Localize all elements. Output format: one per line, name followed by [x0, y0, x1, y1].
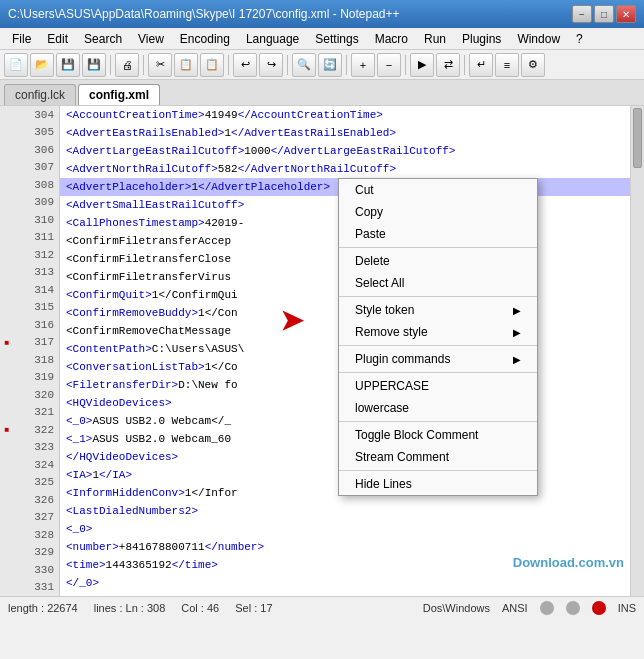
code-line[interactable]: <AccountCreationTime>41949</AccountCreat… — [60, 106, 630, 124]
tab-config-lck[interactable]: config.lck — [4, 84, 76, 105]
gutter-row: 310 — [0, 211, 59, 229]
save-all-button[interactable]: 💾 — [82, 53, 106, 77]
gutter-num: 321 — [14, 406, 54, 418]
tabs-bar: config.lck config.xml — [0, 80, 644, 106]
context-menu-item-toggle-block-comment[interactable]: Toggle Block Comment — [339, 424, 537, 446]
gutter-row: 312 — [0, 246, 59, 264]
gutter-row: 304 — [0, 106, 59, 124]
gutter-row: 326 — [0, 491, 59, 509]
close-button[interactable]: ✕ — [616, 5, 636, 23]
gutter-num: 325 — [14, 476, 54, 488]
status-ins: INS — [618, 602, 636, 614]
context-menu-item-hide-lines[interactable]: Hide Lines — [339, 473, 537, 495]
context-menu-item-plugin-commands[interactable]: Plugin commands▶ — [339, 348, 537, 370]
gutter-row: 328 — [0, 526, 59, 544]
wrap-button[interactable]: ↵ — [469, 53, 493, 77]
gutter-row: 309 — [0, 194, 59, 212]
menu-item-plugins[interactable]: Plugins — [454, 30, 509, 48]
code-line[interactable]: <AdvertNorthRailCutoff>582</AdvertNorthR… — [60, 160, 630, 178]
gutter-row: 308 — [0, 176, 59, 194]
undo-button[interactable]: ↩ — [233, 53, 257, 77]
redo-button[interactable]: ↪ — [259, 53, 283, 77]
menu-item-window[interactable]: Window — [509, 30, 568, 48]
submenu-arrow: ▶ — [513, 305, 521, 316]
tab-config-xml[interactable]: config.xml — [78, 84, 160, 105]
vertical-scrollbar[interactable] — [630, 106, 644, 596]
context-menu-separator — [339, 421, 537, 422]
paste-button[interactable]: 📋 — [200, 53, 224, 77]
code-line[interactable]: </_0> — [60, 574, 630, 592]
gutter-num: 311 — [14, 231, 54, 243]
code-line[interactable]: <LastDialedNumbers2> — [60, 502, 630, 520]
context-menu-item-remove-style[interactable]: Remove style▶ — [339, 321, 537, 343]
gutter-num: 317 — [14, 336, 54, 348]
gutter-num: 309 — [14, 196, 54, 208]
gutter-row: ■317 — [0, 334, 59, 352]
context-menu-item-uppercase[interactable]: UPPERCASE — [339, 375, 537, 397]
find-button[interactable]: 🔍 — [292, 53, 316, 77]
menu-item-view[interactable]: View — [130, 30, 172, 48]
settings-button[interactable]: ⚙ — [521, 53, 545, 77]
menu-item-search[interactable]: Search — [76, 30, 130, 48]
print-button[interactable]: 🖨 — [115, 53, 139, 77]
context-menu-item-cut[interactable]: Cut — [339, 179, 537, 201]
submenu-arrow: ▶ — [513, 327, 521, 338]
menu-item-settings[interactable]: Settings — [307, 30, 366, 48]
gutter-row: 329 — [0, 544, 59, 562]
save-button[interactable]: 💾 — [56, 53, 80, 77]
code-line[interactable]: <AdvertLargeEastRailCutoff>1000</AdvertL… — [60, 142, 630, 160]
minimize-button[interactable]: − — [572, 5, 592, 23]
gutter-num: 312 — [14, 249, 54, 261]
gutter-num: 316 — [14, 319, 54, 331]
red-arrow-indicator: ➤ — [280, 304, 303, 337]
context-menu-item-select-all[interactable]: Select All — [339, 272, 537, 294]
status-col: Col : 46 — [181, 602, 219, 614]
maximize-button[interactable]: □ — [594, 5, 614, 23]
scrollbar-thumb[interactable] — [633, 108, 642, 168]
context-menu-item-style-token[interactable]: Style token▶ — [339, 299, 537, 321]
macro-button[interactable]: ▶ — [410, 53, 434, 77]
toolbar-sep-5 — [346, 55, 347, 75]
status-length: length : 22674 — [8, 602, 78, 614]
code-line[interactable]: <AdvertEastRailsEnabled>1</AdvertEastRai… — [60, 124, 630, 142]
open-button[interactable]: 📂 — [30, 53, 54, 77]
gutter-num: 319 — [14, 371, 54, 383]
context-menu-separator — [339, 470, 537, 471]
context-menu-item-lowercase[interactable]: lowercase — [339, 397, 537, 419]
gutter-num: 327 — [14, 511, 54, 523]
title-bar: C:\Users\ASUS\AppData\Roaming\Skype\I 17… — [0, 0, 644, 28]
gutter-row: 320 — [0, 386, 59, 404]
editor-container: 304305306307308309310311312313314315316■… — [0, 106, 644, 596]
replace-button[interactable]: 🔄 — [318, 53, 342, 77]
context-menu-item-paste[interactable]: Paste — [339, 223, 537, 245]
zoom-in-button[interactable]: + — [351, 53, 375, 77]
context-menu-item-stream-comment[interactable]: Stream Comment — [339, 446, 537, 468]
code-line[interactable]: </LastDialedNumbers2> — [60, 592, 630, 596]
zoom-out-button[interactable]: − — [377, 53, 401, 77]
gutter-marker: ■ — [0, 338, 14, 347]
submenu-arrow: ▶ — [513, 354, 521, 365]
code-line[interactable]: <number>+841678800711</number> — [60, 538, 630, 556]
gutter-row: 330 — [0, 561, 59, 579]
menu-item-encoding[interactable]: Encoding — [172, 30, 238, 48]
copy-button[interactable]: 📋 — [174, 53, 198, 77]
gutter-row: 318 — [0, 351, 59, 369]
gutter-num: 315 — [14, 301, 54, 313]
status-right: Dos\Windows ANSI INS — [423, 601, 636, 615]
context-menu-item-copy[interactable]: Copy — [339, 201, 537, 223]
gutter-marker: ■ — [0, 425, 14, 434]
sync-button[interactable]: ⇄ — [436, 53, 460, 77]
menu-item-edit[interactable]: Edit — [39, 30, 76, 48]
code-line[interactable]: <_0> — [60, 520, 630, 538]
menu-item-macro[interactable]: Macro — [367, 30, 416, 48]
indent-button[interactable]: ≡ — [495, 53, 519, 77]
menu-item-file[interactable]: File — [4, 30, 39, 48]
menu-item-?[interactable]: ? — [568, 30, 591, 48]
menu-item-run[interactable]: Run — [416, 30, 454, 48]
menu-item-language[interactable]: Language — [238, 30, 307, 48]
new-button[interactable]: 📄 — [4, 53, 28, 77]
gutter-num: 314 — [14, 284, 54, 296]
cut-button[interactable]: ✂ — [148, 53, 172, 77]
title-controls: − □ ✕ — [572, 5, 636, 23]
context-menu-item-delete[interactable]: Delete — [339, 250, 537, 272]
